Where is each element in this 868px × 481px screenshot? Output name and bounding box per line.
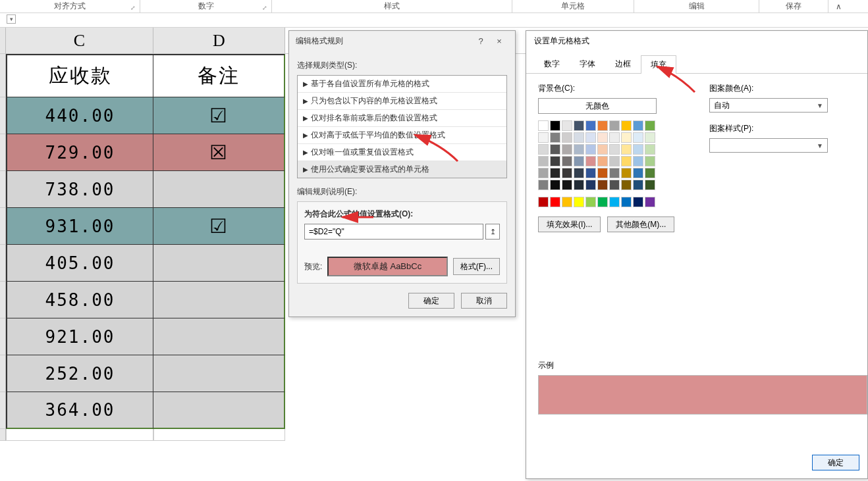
dialog-titlebar[interactable]: 设置单元格格式	[526, 31, 867, 51]
rule-type-item[interactable]: ▶使用公式确定要设置格式的单元格	[298, 161, 506, 178]
rule-type-item[interactable]: ▶只为包含以下内容的单元格设置格式	[298, 93, 506, 110]
tab-fill[interactable]: 填充	[641, 55, 676, 74]
color-swatch[interactable]	[574, 180, 584, 190]
ribbon-group-align[interactable]: 对齐方式 ⤢	[0, 0, 140, 13]
cell[interactable]	[153, 171, 285, 208]
dialog-launcher-icon[interactable]: ⤢	[262, 5, 269, 11]
color-swatch[interactable]	[621, 132, 632, 143]
color-swatch[interactable]	[550, 168, 560, 178]
col-header-d[interactable]: D	[153, 28, 285, 53]
color-swatch[interactable]	[562, 156, 572, 166]
cell[interactable]: 252.00	[6, 355, 153, 392]
color-swatch[interactable]	[574, 168, 584, 178]
color-swatch[interactable]	[550, 144, 560, 155]
color-swatch[interactable]	[597, 156, 608, 166]
ok-button[interactable]: 确定	[812, 455, 859, 470]
no-color-button[interactable]: 无颜色	[538, 98, 657, 114]
color-swatch[interactable]	[633, 156, 643, 166]
color-swatch[interactable]	[585, 120, 596, 131]
color-swatch[interactable]	[609, 156, 620, 166]
color-swatch[interactable]	[562, 168, 572, 178]
color-swatch[interactable]	[609, 120, 620, 131]
rule-type-item[interactable]: ▶仅对唯一值或重复值设置格式	[298, 144, 506, 161]
color-swatch[interactable]	[621, 168, 632, 178]
color-swatch[interactable]	[597, 132, 608, 143]
color-swatch[interactable]	[550, 180, 560, 190]
cell[interactable]: 458.00	[6, 282, 153, 318]
format-button[interactable]: 格式(F)...	[453, 258, 500, 275]
row-header[interactable]	[0, 54, 6, 97]
color-swatch[interactable]	[562, 120, 572, 131]
color-swatch[interactable]	[585, 197, 596, 207]
color-swatch[interactable]	[645, 132, 655, 143]
color-swatch[interactable]	[609, 180, 620, 190]
color-swatch[interactable]	[645, 120, 655, 131]
row-header[interactable]	[0, 355, 6, 392]
row-header[interactable]	[0, 208, 6, 245]
close-icon[interactable]: ×	[490, 36, 508, 46]
more-colors-button[interactable]: 其他颜色(M)...	[607, 216, 674, 232]
cell[interactable]	[153, 318, 285, 355]
color-swatch[interactable]	[574, 144, 584, 155]
dialog-titlebar[interactable]: 编辑格式规则 ? ×	[289, 31, 515, 51]
color-swatch[interactable]	[621, 197, 632, 207]
color-swatch[interactable]	[574, 197, 584, 207]
color-swatch[interactable]	[609, 144, 620, 155]
cell[interactable]: 440.00	[6, 97, 153, 134]
cell[interactable]: 921.00	[6, 318, 153, 355]
color-swatch[interactable]	[633, 197, 643, 207]
help-icon[interactable]: ?	[472, 36, 490, 46]
cell-header-d[interactable]: 备注	[153, 54, 285, 97]
color-swatch[interactable]	[550, 156, 560, 166]
color-swatch[interactable]	[645, 197, 655, 207]
color-swatch[interactable]	[574, 156, 584, 166]
pattern-color-combo[interactable]: 自动 ▼	[709, 98, 828, 113]
row-header[interactable]	[0, 134, 6, 171]
ribbon-collapse-icon[interactable]: ∧	[828, 0, 848, 13]
color-swatch[interactable]	[609, 168, 620, 178]
color-swatch[interactable]	[550, 132, 560, 143]
ok-button[interactable]: 确定	[408, 293, 454, 309]
color-swatch[interactable]	[585, 156, 596, 166]
color-swatch[interactable]	[597, 180, 608, 190]
col-header-c[interactable]: C	[6, 28, 153, 53]
cell[interactable]	[153, 392, 285, 429]
color-swatch[interactable]	[597, 197, 608, 207]
rule-type-list[interactable]: ▶基于各自值设置所有单元格的格式▶只为包含以下内容的单元格设置格式▶仅对排名靠前…	[297, 75, 507, 178]
color-swatch[interactable]	[585, 180, 596, 190]
color-swatch[interactable]	[621, 180, 632, 190]
tab-number[interactable]: 数字	[534, 55, 570, 73]
row-header[interactable]	[0, 245, 6, 282]
color-swatch[interactable]	[550, 197, 560, 207]
cell[interactable]: 738.00	[6, 171, 153, 208]
select-all-corner[interactable]	[0, 28, 6, 53]
color-swatch[interactable]	[574, 120, 584, 131]
rule-type-item[interactable]: ▶仅对排名靠前或靠后的数值设置格式	[298, 110, 506, 127]
color-swatch[interactable]	[633, 132, 643, 143]
cell[interactable]: ☑	[153, 208, 285, 245]
cell[interactable]: ☒	[153, 134, 285, 171]
fill-effects-button[interactable]: 填充效果(I)...	[538, 216, 601, 232]
ribbon-group-cells[interactable]: 单元格	[512, 0, 634, 13]
color-swatch[interactable]	[538, 144, 549, 155]
color-swatch[interactable]	[538, 120, 549, 131]
pattern-style-combo[interactable]: ▼	[709, 138, 828, 153]
color-swatch[interactable]	[621, 156, 632, 166]
color-swatch[interactable]	[645, 144, 655, 155]
tab-font[interactable]: 字体	[570, 55, 605, 73]
color-swatch[interactable]	[585, 132, 596, 143]
row-header[interactable]	[0, 282, 6, 318]
color-swatch[interactable]	[562, 132, 572, 143]
cell[interactable]: 405.00	[6, 245, 153, 282]
range-selector-icon[interactable]: ↥	[485, 224, 500, 240]
cell[interactable]	[6, 429, 153, 441]
color-swatch[interactable]	[609, 132, 620, 143]
color-swatch[interactable]	[562, 180, 572, 190]
color-swatch[interactable]	[621, 144, 632, 155]
cell[interactable]: 729.00	[6, 134, 153, 171]
cell-header-c[interactable]: 应收款	[6, 54, 153, 97]
ribbon-group-number[interactable]: 数字 ⤢	[140, 0, 272, 13]
tab-border[interactable]: 边框	[605, 55, 641, 73]
cell[interactable]	[153, 245, 285, 282]
ribbon-group-edit[interactable]: 编辑	[634, 0, 759, 13]
